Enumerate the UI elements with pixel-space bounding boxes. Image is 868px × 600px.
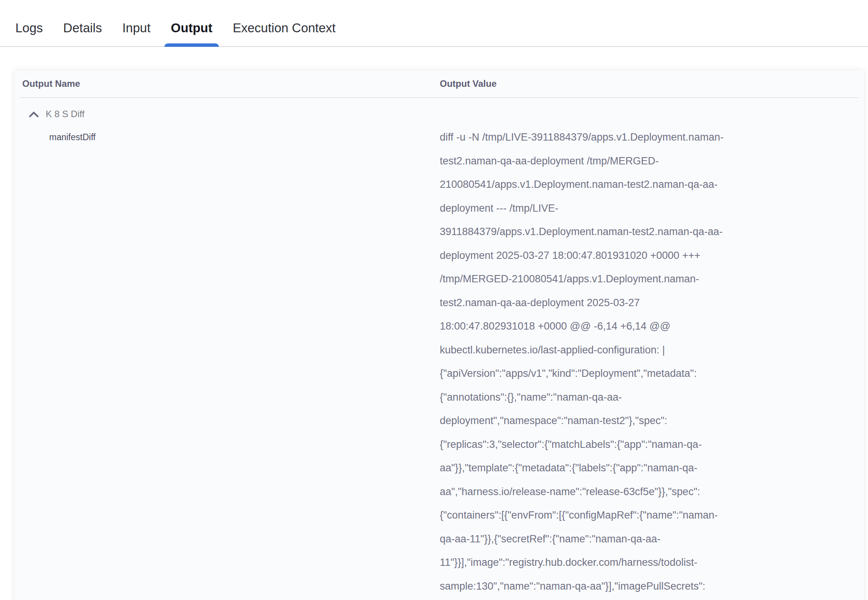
group-row-k8s-diff: K 8 S Diff (14, 103, 864, 126)
tab-logs[interactable]: Logs (15, 22, 43, 46)
tab-execution-context[interactable]: Execution Context (233, 22, 336, 46)
group-label[interactable]: K 8 S Diff (46, 109, 84, 119)
header-divider (20, 97, 859, 98)
output-name-cell: manifestDiff (14, 126, 440, 149)
output-table-header: Output Name Output Value (14, 70, 864, 97)
tab-input[interactable]: Input (122, 22, 150, 46)
output-value-cell: diff -u -N /tmp/LIVE-3911884379/apps.v1.… (440, 126, 816, 598)
tab-output[interactable]: Output (171, 22, 212, 46)
table-row: manifestDiff diff -u -N /tmp/LIVE-391188… (14, 126, 864, 598)
tab-details[interactable]: Details (63, 22, 102, 46)
tab-bar: Logs Details Input Output Execution Cont… (0, 0, 868, 47)
chevron-up-icon[interactable] (29, 109, 39, 119)
column-header-output-value: Output Value (440, 78, 864, 89)
output-table-card: Output Name Output Value K 8 S Diff mani… (14, 70, 864, 600)
column-header-output-name: Output Name (14, 78, 440, 89)
